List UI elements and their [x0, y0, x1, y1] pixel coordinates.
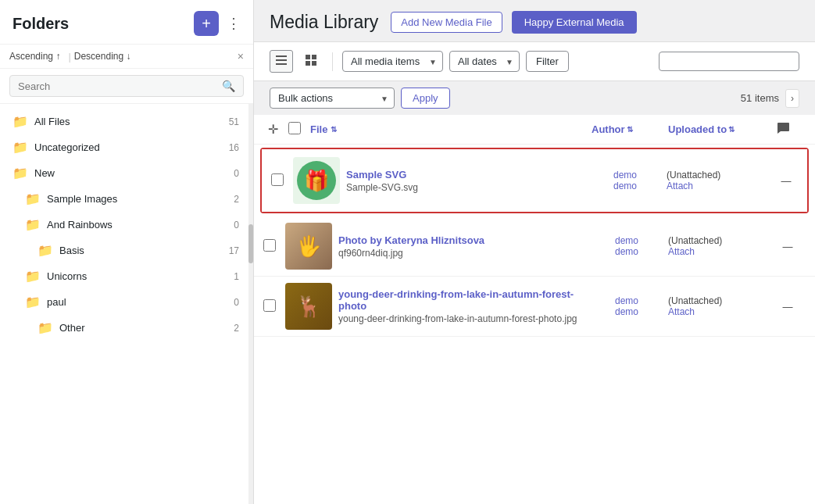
- uploaded-to-column-header[interactable]: Uploaded to ⇅: [668, 123, 770, 135]
- list-view-button[interactable]: [270, 50, 293, 73]
- sidebar-item-basis[interactable]: 📁 Basis 17: [0, 238, 248, 263]
- deer-attach-link[interactable]: Attach: [668, 306, 770, 317]
- svg-file-info: Sample SVG Sample-SVG.svg: [346, 169, 584, 193]
- folder-count: 2: [234, 194, 239, 205]
- row-checkbox-deer-wrap: [263, 299, 279, 314]
- search-wrap: 🔍: [0, 69, 253, 104]
- folder-count: 2: [234, 323, 239, 334]
- svg-attach-link[interactable]: Attach: [667, 181, 768, 191]
- media-items-select-wrap: All media items Images Audio Video Docum…: [342, 51, 443, 72]
- happy-external-media-button[interactable]: Happy External Media: [512, 11, 637, 34]
- media-row-deer: 🦌 young-deer-drinking-from-lake-in-autum…: [254, 277, 815, 337]
- apply-button[interactable]: Apply: [401, 88, 450, 109]
- list-view-icon: [275, 54, 288, 66]
- svg-rect-5: [306, 61, 310, 66]
- sort-close-button[interactable]: ×: [238, 50, 244, 63]
- scrollbar-track[interactable]: [248, 104, 253, 504]
- svg-author-link-1[interactable]: demo: [590, 170, 660, 181]
- photo-author-link-2[interactable]: demo: [592, 246, 662, 257]
- folder-icon: 📁: [25, 217, 41, 232]
- folder-count: 0: [234, 168, 239, 179]
- grid-view-button[interactable]: [299, 50, 323, 73]
- deer-author-link-2[interactable]: demo: [592, 306, 662, 317]
- sidebar: Folders + ⋮ Ascending ↑ | Descending ↓ ×…: [0, 0, 254, 504]
- table-header: ✛ File ⇅ Author ⇅ Uploaded to ⇅: [254, 115, 815, 145]
- dates-select[interactable]: All dates 2024 2023: [449, 51, 520, 72]
- sidebar-title: Folders: [13, 15, 69, 33]
- search-input-wrap: 🔍: [9, 75, 244, 97]
- svg-rect-4: [312, 55, 316, 59]
- sort-descending-button[interactable]: Descending ↓: [74, 49, 136, 63]
- svg-rect-0: [276, 55, 287, 57]
- scrollbar-thumb[interactable]: [248, 224, 253, 263]
- deer-thumbnail: 🦌: [285, 283, 332, 330]
- next-page-button[interactable]: ›: [785, 89, 799, 108]
- svg-thumbnail: 🎁: [293, 157, 340, 204]
- gift-icon: 🎁: [297, 161, 336, 200]
- bulk-actions-select[interactable]: Bulk actions Delete Permanently Attach t…: [270, 88, 395, 109]
- svg-uploaded-to: (Unattached) Attach: [667, 170, 768, 191]
- author-sort-arrows: ⇅: [627, 125, 633, 134]
- sort-separator: |: [68, 51, 70, 63]
- sidebar-item-other[interactable]: 📁 Other 2: [0, 315, 248, 341]
- bulk-bar: Bulk actions Delete Permanently Attach t…: [254, 81, 815, 115]
- folder-count: 17: [229, 245, 239, 256]
- photo-filename-link[interactable]: Photo by Kateryna Hliznitsova: [338, 234, 484, 246]
- sidebar-item-unicorns[interactable]: 📁 Unicorns 1: [0, 263, 248, 289]
- media-items-select[interactable]: All media items Images Audio Video Docum…: [342, 51, 443, 72]
- sidebar-item-and-rainbows[interactable]: 📁 And Rainbows 0: [0, 212, 248, 238]
- select-all-checkbox[interactable]: [288, 122, 301, 134]
- comment-column-header: [776, 121, 799, 138]
- photo-attach-link[interactable]: Attach: [668, 246, 770, 257]
- folder-count: 1: [234, 271, 239, 282]
- row-checkbox-svg[interactable]: [271, 173, 284, 186]
- photo-file-ext: qf960rn4diq.jpg: [338, 248, 585, 259]
- folder-label: Other: [59, 322, 227, 334]
- sidebar-item-paul[interactable]: 📁 paul 0: [0, 289, 248, 315]
- dates-select-wrap: All dates 2024 2023 ▼: [449, 51, 520, 72]
- search-input[interactable]: [18, 80, 222, 92]
- deer-filename-link[interactable]: young-deer-drinking-from-lake-in-autumn-…: [338, 288, 574, 312]
- row-checkbox-deer[interactable]: [263, 299, 276, 312]
- drag-handle-icon: ✛: [263, 122, 282, 137]
- media-table: ✛ File ⇅ Author ⇅ Uploaded to ⇅: [254, 115, 815, 504]
- photo-dash: —: [776, 241, 799, 252]
- folder-label: Uncategorized: [34, 141, 223, 153]
- sidebar-item-uncategorized[interactable]: 📁 Uncategorized 16: [0, 134, 248, 160]
- folder-label: All Files: [34, 116, 223, 127]
- media-search-input[interactable]: [659, 52, 799, 71]
- sidebar-item-all-files[interactable]: 📁 All Files 51: [0, 109, 248, 134]
- photo-unattached: (Unattached): [668, 235, 722, 246]
- deer-author: demo demo: [592, 295, 662, 317]
- folder-options-button[interactable]: ⋮: [223, 13, 244, 34]
- tattoo-icon: 🖐: [296, 234, 321, 259]
- row-checkbox-photo[interactable]: [263, 239, 276, 252]
- row-checkbox-photo-wrap: [263, 239, 279, 254]
- photo-thumbnail: 🖐: [285, 223, 332, 270]
- svg-rect-3: [306, 55, 310, 59]
- add-folder-button[interactable]: +: [194, 11, 219, 36]
- filter-button[interactable]: Filter: [526, 51, 569, 72]
- deer-author-link-1[interactable]: demo: [592, 295, 662, 306]
- sidebar-item-new[interactable]: 📁 New 0: [0, 160, 248, 186]
- author-column-header[interactable]: Author ⇅: [592, 123, 662, 135]
- comment-bubble-icon: [776, 121, 790, 135]
- deer-file-info: young-deer-drinking-from-lake-in-autumn-…: [338, 288, 585, 324]
- file-column-header[interactable]: File ⇅: [310, 123, 585, 135]
- search-icon: 🔍: [222, 80, 235, 92]
- svg-author-link-2[interactable]: demo: [590, 181, 660, 191]
- sidebar-header: Folders + ⋮: [0, 0, 253, 45]
- sort-ascending-button[interactable]: Ascending ↑: [9, 49, 65, 63]
- sidebar-item-sample-images[interactable]: 📁 Sample Images 2: [0, 186, 248, 212]
- add-new-media-button[interactable]: Add New Media File: [391, 12, 502, 33]
- page-title: Media Library: [270, 12, 378, 33]
- photo-author-link-1[interactable]: demo: [592, 235, 662, 246]
- folder-icon: 📁: [25, 269, 41, 284]
- folder-icon: 📁: [38, 320, 53, 335]
- folder-count: 51: [229, 116, 239, 127]
- svg-filename-link[interactable]: Sample SVG: [346, 169, 406, 181]
- svg-rect-2: [276, 63, 287, 65]
- main-content: Media Library Add New Media File Happy E…: [254, 0, 815, 504]
- folder-label: Unicorns: [47, 270, 227, 282]
- folder-label: And Rainbows: [47, 219, 227, 231]
